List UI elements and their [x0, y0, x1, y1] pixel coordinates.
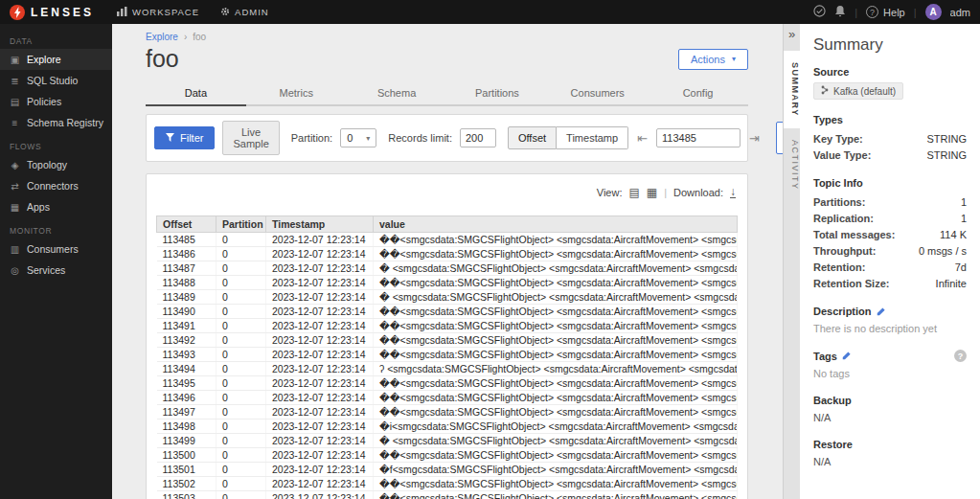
connectors-icon: ⇄ [10, 181, 20, 192]
cell-offset: 113503 [157, 491, 217, 499]
table-row[interactable]: 11349902023-12-07 12:23:14� <smgcsdata:S… [157, 434, 738, 448]
cell-value: ��<smgcsdata:SMGCSFlightObject> <smgcsda… [374, 405, 738, 420]
tab-metrics[interactable]: Metrics [246, 82, 347, 104]
table-row[interactable]: 11349602023-12-07 12:23:14��<smgcsdata:S… [157, 391, 738, 405]
cell-value: ��<smgcsdata:SMGCSFlightObject> <smgcsda… [374, 333, 738, 348]
tab-summary[interactable]: SUMMARY [784, 51, 800, 128]
nav-admin[interactable]: ADMIN [220, 7, 269, 18]
cell-partition: 0 [217, 362, 266, 376]
cell-timestamp: 2023-12-07 12:23:14 [266, 348, 374, 362]
table-row[interactable]: 11349502023-12-07 12:23:14��<smgcsdata:S… [157, 376, 738, 391]
cell-partition: 0 [217, 261, 266, 276]
sidebar-item-apps[interactable]: ▦Apps [0, 196, 112, 217]
notifications-bell-icon[interactable] [834, 5, 846, 19]
sidebar-item-sql-studio[interactable]: ≣SQL Studio [0, 70, 112, 91]
column-header-partition[interactable]: Partition [217, 216, 266, 233]
collapse-panel-icon[interactable]: » [788, 24, 795, 51]
cell-offset: 113502 [157, 477, 217, 491]
summary-title: Summary [813, 35, 967, 55]
sidebar-item-schema-registry[interactable]: ≡Schema Registry [0, 112, 112, 133]
cell-value: � <smgcsdata:SMGCSFlightObject> <smgcsda… [374, 434, 738, 448]
download-icon[interactable]: ↓ [730, 186, 736, 198]
column-header-value[interactable]: value [374, 216, 738, 233]
sidebar-item-explore[interactable]: ▣Explore [0, 49, 112, 70]
column-header-offset[interactable]: Offset [157, 216, 217, 233]
table-row[interactable]: 11348602023-12-07 12:23:14��<smgcsdata:S… [157, 247, 738, 261]
table-row[interactable]: 11349402023-12-07 12:23:14ʔ <smgcsdata:S… [157, 362, 738, 376]
filter-button[interactable]: Filter [154, 126, 215, 149]
info-value: 1 [961, 196, 967, 208]
cell-offset: 113496 [157, 391, 217, 405]
lenses-logo[interactable]: LENSES [10, 5, 94, 20]
sql-studio-button[interactable]: SQL studio ↗ [776, 122, 783, 154]
tab-config[interactable]: Config [648, 82, 748, 104]
cell-value: ��<smgcsdata:SMGCSFlightObject> <smgcsda… [374, 477, 738, 491]
skip-to-end-button[interactable]: ⇥ [748, 131, 761, 146]
skip-to-start-button[interactable]: ⇤ [636, 131, 649, 146]
info-row: Retention:7d [813, 259, 967, 275]
table-row[interactable]: 11350302023-12-07 12:23:14��<smgcsdata:S… [157, 491, 738, 499]
info-label: Retention Size: [813, 278, 889, 289]
records-limit-input[interactable] [460, 128, 496, 147]
table-row[interactable]: 11349302023-12-07 12:23:14��<smgcsdata:S… [157, 348, 738, 362]
live-sample-button[interactable]: Live Sample [222, 121, 279, 155]
info-row: Partitions:1 [813, 193, 967, 210]
partition-select[interactable]: 0 ▾ [340, 128, 376, 147]
actions-button[interactable]: Actions ▾ [678, 49, 748, 70]
table-row[interactable]: 11348802023-12-07 12:23:14��<smgcsdata:S… [157, 276, 738, 290]
description-label: Description [813, 306, 872, 317]
tab-partitions[interactable]: Partitions [446, 82, 547, 104]
cell-timestamp: 2023-12-07 12:23:14 [266, 333, 374, 348]
help-circle-icon[interactable]: ? [954, 350, 967, 362]
table-row[interactable]: 11348902023-12-07 12:23:14� <smgcsdata:S… [157, 290, 738, 305]
table-row[interactable]: 11350002023-12-07 12:23:14��<smgcsdata:S… [157, 448, 738, 463]
sidebar-item-policies[interactable]: ▤Policies [0, 91, 112, 112]
tab-activity[interactable]: ACTIVITY [784, 128, 800, 202]
tab-data[interactable]: Data [146, 82, 246, 106]
offset-input[interactable] [656, 128, 741, 147]
table-row[interactable]: 11349802023-12-07 12:23:14�i<smgcsdata:S… [157, 420, 738, 434]
table-row[interactable]: 11348502023-12-07 12:23:14��<smgcsdata:S… [157, 233, 738, 247]
table-row[interactable]: 11349202023-12-07 12:23:14��<smgcsdata:S… [157, 333, 738, 348]
table-row[interactable]: 11349702023-12-07 12:23:14��<smgcsdata:S… [157, 405, 738, 420]
health-check-icon[interactable] [813, 5, 826, 19]
sidebar-item-label: Services [27, 264, 65, 276]
nav-workspace[interactable]: WORKSPACE [117, 7, 199, 18]
table-row[interactable]: 11349102023-12-07 12:23:14��<smgcsdata:S… [157, 319, 738, 333]
view-label: View: [597, 187, 623, 198]
info-label: Total messages: [813, 229, 895, 240]
breadcrumb-current: foo [193, 32, 206, 42]
username[interactable]: adm [950, 7, 970, 18]
info-row: Key Type:STRING [813, 130, 967, 147]
sidebar-item-topology[interactable]: ◈Topology [0, 154, 112, 175]
sidebar-item-services[interactable]: ◎Services [0, 260, 112, 281]
sql-studio-icon: ≣ [10, 76, 20, 86]
table-row[interactable]: 11349002023-12-07 12:23:14��<smgcsdata:S… [157, 305, 738, 319]
user-avatar[interactable]: A [925, 4, 942, 20]
timestamp-mode-button[interactable]: Timestamp [557, 126, 628, 149]
edit-tags-icon[interactable] [842, 352, 851, 360]
cell-value: ��<smgcsdata:SMGCSFlightObject> <smgcsda… [374, 305, 738, 319]
offset-mode-button[interactable]: Offset [508, 126, 557, 149]
table-row[interactable]: 11350102023-12-07 12:23:14�f<smgcsdata:S… [157, 463, 738, 477]
tab-schema[interactable]: Schema [347, 82, 447, 104]
help-icon: ? [866, 6, 878, 18]
cell-offset: 113488 [157, 276, 217, 290]
table-row[interactable]: 11348702023-12-07 12:23:14� <smgcsdata:S… [157, 261, 738, 276]
grid-view-icon[interactable]: ▦ [647, 187, 657, 198]
breadcrumb-explore[interactable]: Explore [146, 32, 178, 42]
topic-info-rows: Partitions:1Replication:1Total messages:… [813, 193, 967, 291]
sidebar-item-consumers[interactable]: ▥Consumers [0, 238, 112, 260]
edit-description-icon[interactable] [877, 307, 885, 316]
nav-admin-label: ADMIN [235, 7, 269, 17]
sidebar-item-connectors[interactable]: ⇄Connectors [0, 175, 112, 196]
cell-offset: 113497 [157, 405, 217, 420]
column-header-timestamp[interactable]: Timestamp [266, 216, 374, 233]
tab-consumers[interactable]: Consumers [547, 82, 648, 104]
brand-name: LENSES [31, 6, 94, 19]
table-row[interactable]: 11350202023-12-07 12:23:14��<smgcsdata:S… [157, 477, 738, 491]
sidebar-item-label: Explore [27, 54, 61, 65]
meta-divider: | [664, 187, 667, 198]
help-button[interactable]: ? Help [866, 6, 905, 18]
list-view-icon[interactable]: ▤ [628, 187, 639, 198]
